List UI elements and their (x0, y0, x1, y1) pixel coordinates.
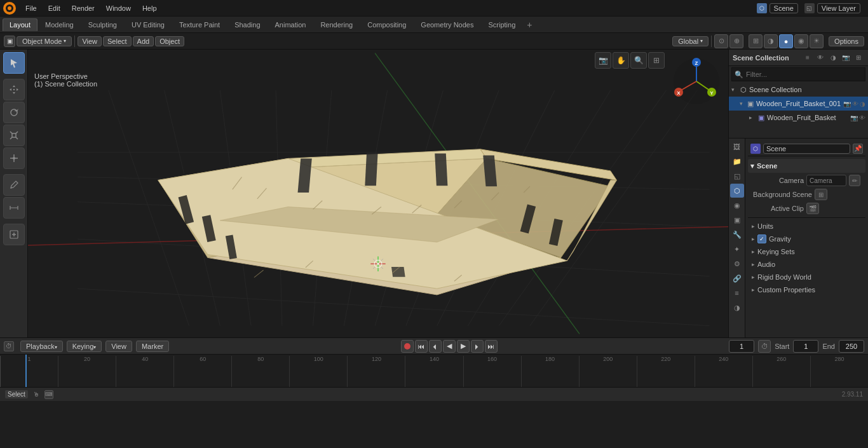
outliner-camera-btn[interactable]: 📷 (840, 52, 851, 64)
options-btn[interactable]: Options (829, 36, 864, 46)
add-workspace-button[interactable]: + (523, 18, 536, 31)
proportional-edit-btn[interactable]: ⊙ (714, 34, 728, 48)
menu-help[interactable]: Help (137, 3, 162, 13)
background-scene-btn[interactable]: ⊞ (815, 189, 827, 200)
timeline-view-btn[interactable]: View (105, 341, 132, 352)
view-layer-input[interactable]: View Layer (817, 3, 860, 13)
restrict-render-icon[interactable]: 📷 (843, 100, 851, 107)
tab-rendering[interactable]: Rendering (313, 18, 360, 31)
menu-render[interactable]: Render (67, 3, 100, 13)
start-frame-input[interactable]: 1 (793, 340, 818, 353)
prop-world-btn[interactable]: ◉ (730, 198, 744, 212)
menu-window[interactable]: Window (101, 3, 136, 13)
restrict-viewport-icon[interactable]: 👁 (852, 100, 858, 107)
viewport-hand-btn[interactable]: ✋ (613, 52, 629, 69)
global-selector[interactable]: Global▾ (672, 36, 709, 46)
prop-modifier-btn[interactable]: 🔧 (730, 227, 744, 241)
view-menu[interactable]: View (78, 36, 102, 46)
step-forward-btn[interactable]: ⏵ (471, 340, 484, 353)
scene-name-input[interactable]: Scene (770, 3, 798, 13)
rigid-body-collapsible[interactable]: ▸ Rigid Body World (748, 271, 865, 283)
play-btn[interactable]: ▶ (457, 340, 470, 353)
scene-section-header[interactable]: ▾ Scene (748, 159, 865, 173)
camera-value-field[interactable]: Camera (806, 175, 846, 186)
select-status-btn[interactable]: Select (5, 390, 28, 398)
current-frame-display[interactable]: 1 (729, 340, 754, 353)
outliner-filter2-btn[interactable]: ⊞ (853, 52, 864, 64)
transform-tool-btn[interactable] (3, 147, 25, 169)
outliner-basket-001[interactable]: ▾ ▣ Wooden_Fruit_Basket_001 📷 👁 ◑ (729, 97, 868, 111)
reverse-play-btn[interactable]: ◀ (443, 340, 456, 353)
move-tool-btn[interactable] (3, 79, 25, 100)
tab-texture-paint[interactable]: Texture Paint (172, 18, 227, 31)
keying-sets-collapsible[interactable]: ▸ Keying Sets (748, 245, 865, 258)
end-frame-input[interactable]: 250 (839, 340, 864, 353)
prop-particles-btn[interactable]: ✦ (730, 242, 744, 256)
prop-output-btn[interactable]: 📁 (730, 154, 744, 168)
outliner-search-input[interactable] (746, 71, 862, 78)
tab-shading[interactable]: Shading (227, 18, 267, 31)
timeline-type-btn[interactable]: ⏱ (4, 341, 14, 351)
outliner-restrict-btn[interactable]: ◑ (827, 52, 839, 64)
material-shade-btn[interactable]: ◉ (794, 34, 808, 48)
prop-data-btn[interactable]: ≡ (730, 286, 744, 300)
annotate-tool-btn[interactable] (3, 174, 25, 196)
tab-sculpting[interactable]: Sculpting (81, 18, 124, 31)
playback-btn[interactable]: Playback▾ (20, 341, 63, 352)
mesh-restrict-icon[interactable]: 📷 (850, 114, 858, 121)
outliner-scene-collection[interactable]: ▾ ⬡ Scene Collection (729, 83, 868, 97)
prop-scene-btn[interactable]: ⬡ (730, 184, 744, 198)
keying-btn[interactable]: Keying▾ (67, 341, 102, 352)
jump-end-btn[interactable]: ⏭ (485, 340, 498, 353)
navigation-gizmo[interactable]: Z Y X (671, 56, 722, 107)
scene-name-field[interactable]: Scene (763, 144, 850, 154)
viewport-shading-btn[interactable]: ◑ (764, 34, 778, 48)
gravity-checkbox[interactable]: ✓ (757, 234, 766, 243)
prop-view-layer-btn[interactable]: ◱ (730, 169, 744, 183)
scale-tool-btn[interactable] (3, 125, 25, 146)
tab-animation[interactable]: Animation (268, 18, 313, 31)
fps-btn[interactable]: ⏱ (758, 340, 771, 353)
add-object-btn[interactable] (3, 224, 25, 245)
menu-edit[interactable]: Edit (43, 3, 65, 13)
viewport-zoom-btn[interactable]: 🔍 (630, 52, 647, 69)
active-clip-btn[interactable]: 🎬 (806, 203, 819, 214)
mode-selector[interactable]: Object Mode▾ (17, 36, 72, 46)
object-menu[interactable]: Object (155, 36, 184, 46)
gravity-collapsible[interactable]: ▸ ✓ Gravity (748, 233, 865, 245)
select-mode-button[interactable]: ▣ (4, 36, 15, 47)
step-back-btn[interactable]: ⏴ (429, 340, 442, 353)
tab-compositing[interactable]: Compositing (360, 18, 413, 31)
outliner-filter-btn[interactable]: ≡ (802, 52, 813, 64)
prop-physics-btn[interactable]: ⚙ (730, 257, 744, 271)
custom-props-collapsible[interactable]: ▸ Custom Properties (748, 283, 865, 296)
measure-tool-btn[interactable] (3, 197, 25, 219)
tab-geometry-nodes[interactable]: Geometry Nodes (414, 18, 480, 31)
restrict-select-icon[interactable]: ◑ (860, 100, 865, 107)
viewport-camera-btn[interactable]: 📷 (595, 52, 611, 69)
render-shade-btn[interactable]: ☀ (810, 34, 824, 48)
mesh-viewport-icon[interactable]: 👁 (859, 114, 865, 121)
tab-uv-editing[interactable]: UV Editing (125, 18, 172, 31)
marker-btn[interactable]: Marker (136, 341, 169, 352)
tab-modeling[interactable]: Modeling (38, 18, 81, 31)
prop-constraints-btn[interactable]: 🔗 (730, 271, 744, 285)
rotate-tool-btn[interactable] (3, 102, 25, 123)
overlay-btn[interactable]: ⊞ (749, 34, 763, 48)
units-collapsible[interactable]: ▸ Units (748, 220, 865, 233)
tab-layout[interactable]: Layout (3, 18, 37, 31)
prop-material-btn[interactable]: ◑ (730, 301, 744, 315)
viewport-grid-btn[interactable]: ⊞ (648, 52, 665, 69)
prop-pin-btn[interactable]: 📌 (853, 144, 863, 154)
prop-render-btn[interactable]: 🖼 (730, 140, 744, 154)
prop-object-btn[interactable]: ▣ (730, 213, 744, 227)
tab-scripting[interactable]: Scripting (481, 18, 522, 31)
jump-start-btn[interactable]: ⏮ (415, 340, 428, 353)
snap-btn[interactable]: ⊕ (729, 34, 743, 48)
timeline-ruler[interactable]: 1 20 40 60 80 100 120 140 160 180 200 22… (0, 355, 868, 387)
outliner-basket-mesh[interactable]: ▸ ▣ Wooden_Fruit_Basket 📷 👁 (729, 111, 868, 125)
camera-edit-btn[interactable]: ✏ (849, 175, 860, 186)
outliner-eye-btn[interactable]: 👁 (815, 52, 826, 64)
select-menu[interactable]: Select (103, 36, 132, 46)
solid-shade-btn[interactable]: ● (779, 34, 793, 48)
